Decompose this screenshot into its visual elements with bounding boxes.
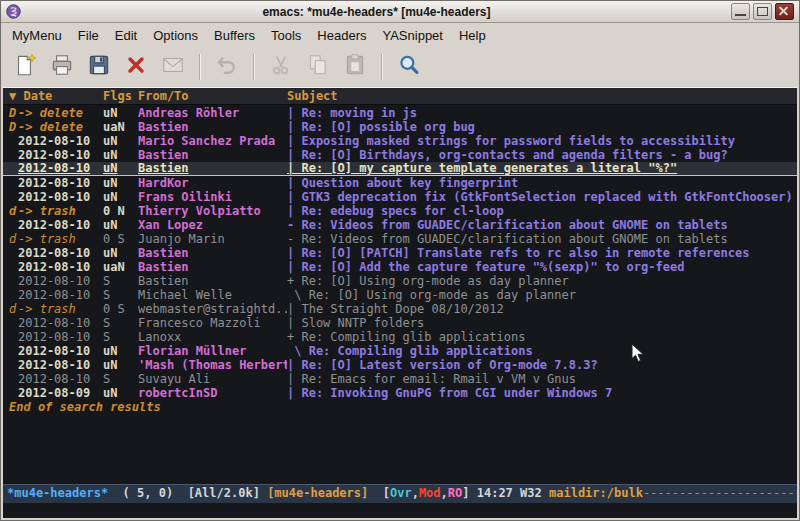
- message-subject: | GTK3 deprecation fix (GtkFontSelection…: [287, 190, 797, 204]
- message-row[interactable]: 2012-08-10uNHardKor| Question about key …: [3, 176, 797, 190]
- message-row[interactable]: 2012-08-10SFrancesco Mazzoli| Slow NNTP …: [3, 316, 797, 330]
- message-row[interactable]: 2012-08-09uNrobertcInSD| Re: Invoking Gn…: [3, 386, 797, 400]
- menu-headers[interactable]: Headers: [309, 25, 374, 46]
- message-row[interactable]: d-> trash0 Swebmaster@straightd...| The …: [3, 302, 797, 316]
- message-mark: [9, 288, 18, 302]
- paste-icon: [342, 52, 368, 82]
- modeline-segment: ,: [412, 486, 419, 500]
- message-row[interactable]: 2012-08-10uNFrans Oilinki| GTK3 deprecat…: [3, 190, 797, 204]
- message-from: Bastien: [138, 260, 287, 274]
- message-mark: [9, 330, 18, 344]
- message-mark: D: [9, 106, 18, 120]
- message-row[interactable]: d-> trash0 NThierry Volpiatto| Re: edebu…: [3, 204, 797, 218]
- save-button[interactable]: [82, 51, 116, 83]
- message-subject: + Re: Compiling glib applications: [287, 330, 797, 344]
- maximize-button[interactable]: [753, 3, 772, 20]
- echo-area[interactable]: [3, 503, 797, 518]
- message-row[interactable]: 2012-08-10SSuvayu Ali| Re: Emacs for ema…: [3, 372, 797, 386]
- message-subject: - Re: Videos from GUADEC/clarification a…: [287, 218, 797, 232]
- message-row[interactable]: 2012-08-10uaNBastien| Re: [O] Add the ca…: [3, 260, 797, 274]
- message-subject: | Re: [O] possible org bug: [287, 120, 797, 134]
- menu-options[interactable]: Options: [145, 25, 206, 46]
- message-mark: [9, 246, 18, 260]
- close-button[interactable]: [775, 3, 794, 20]
- message-from: Florian Müllner: [138, 344, 287, 358]
- cut-button[interactable]: [264, 51, 298, 83]
- search-button[interactable]: [392, 51, 426, 83]
- message-mark: [9, 372, 18, 386]
- toolbar-separator: [253, 54, 255, 80]
- undo-button[interactable]: [210, 51, 244, 83]
- message-row[interactable]: 2012-08-10uNBastien| Re: [O] my capture …: [3, 162, 797, 176]
- message-flags: uaN: [103, 260, 138, 274]
- message-flags: uaN: [103, 120, 138, 134]
- message-mark: [9, 176, 18, 190]
- column-header-from[interactable]: From/To: [138, 88, 287, 104]
- message-date: 2012-08-10: [18, 176, 103, 190]
- menu-help[interactable]: Help: [451, 25, 494, 46]
- message-row[interactable]: 2012-08-10SMichael Welle \ Re: [O] Using…: [3, 288, 797, 302]
- titlebar[interactable]: emacs: *mu4e-headers* [mu4e-headers]: [1, 1, 799, 23]
- copy-button[interactable]: [301, 51, 335, 83]
- column-header-flags[interactable]: Flgs: [103, 88, 138, 104]
- minimize-button[interactable]: [731, 3, 750, 20]
- message-date: 2012-08-10: [18, 134, 103, 148]
- message-subject: | Re: Invoking GnuPG from CGI under Wind…: [287, 386, 797, 400]
- headers-column-bar[interactable]: ▼ Date Flgs From/To Subject: [3, 88, 797, 105]
- print-button[interactable]: [45, 51, 79, 83]
- message-row[interactable]: D-> deleteuaNBastien| Re: [O] possible o…: [3, 120, 797, 134]
- toolbar-separator: [199, 54, 201, 80]
- message-date: 2012-08-10: [18, 372, 103, 386]
- menu-yasnippet[interactable]: YASnippet: [374, 25, 450, 46]
- message-row[interactable]: 2012-08-10SLanoxx+ Re: Compiling glib ap…: [3, 330, 797, 344]
- message-row[interactable]: 2012-08-10uNXan Lopez- Re: Videos from G…: [3, 218, 797, 232]
- emacs-app-icon: [6, 4, 21, 19]
- message-subject: - Re: Videos from GUADEC/clarification a…: [287, 232, 797, 246]
- modeline-segment: ----------------------------------------…: [643, 486, 797, 500]
- menu-mymenu[interactable]: MyMenu: [4, 25, 70, 46]
- message-row[interactable]: 2012-08-10SBastien+ Re: [O] Using org-mo…: [3, 274, 797, 288]
- message-from: Suvayu Ali: [138, 372, 287, 386]
- paste-button[interactable]: [338, 51, 372, 83]
- message-flags: S: [103, 372, 138, 386]
- message-mark: [9, 386, 18, 400]
- message-subject: \ Re: Compiling glib applications: [287, 344, 797, 358]
- message-subject: | Slow NNTP folders: [287, 316, 797, 330]
- menu-file[interactable]: File: [70, 25, 107, 46]
- message-flags: S: [103, 330, 138, 344]
- message-row[interactable]: D-> deleteuNAndreas Röhler| Re: moving i…: [3, 106, 797, 120]
- menu-bar: MyMenuFileEditOptionsBuffersToolsHeaders…: [1, 23, 799, 47]
- new-file-button[interactable]: [8, 51, 42, 83]
- menu-edit[interactable]: Edit: [107, 25, 145, 46]
- message-row[interactable]: 2012-08-10uNFlorian Müllner \ Re: Compil…: [3, 344, 797, 358]
- close-button[interactable]: [119, 51, 153, 83]
- message-subject: | Re: [O] Latest version of Org-mode 7.8…: [287, 358, 797, 372]
- message-date: -> delete: [18, 120, 103, 134]
- menu-tools[interactable]: Tools: [263, 25, 309, 46]
- message-mark: [9, 260, 18, 274]
- message-flags: uN: [103, 246, 138, 260]
- message-row[interactable]: 2012-08-10uNBastien| Re: [O] Birthdays, …: [3, 148, 797, 162]
- message-row[interactable]: 2012-08-10uNBastien| Re: [O] [PATCH] Tra…: [3, 246, 797, 260]
- message-subject: \ Re: [O] Using org-mode as day planner: [287, 288, 797, 302]
- message-flags: S: [103, 316, 138, 330]
- mail-button[interactable]: [156, 51, 190, 83]
- column-header-subject[interactable]: Subject: [287, 88, 797, 104]
- message-from: Francesco Mazzoli: [138, 316, 287, 330]
- message-date: 2012-08-10: [18, 246, 103, 260]
- message-row[interactable]: 2012-08-10uN'Mash (Thomas Herbert)| Re: …: [3, 358, 797, 372]
- message-row[interactable]: d-> trash0 SJuanjo Marin- Re: Videos fro…: [3, 232, 797, 246]
- modeline-segment: Mod: [419, 486, 441, 500]
- modeline-segment: ( 5, 0): [108, 486, 187, 500]
- message-date: 2012-08-10: [18, 288, 103, 302]
- column-header-date[interactable]: ▼ Date: [9, 88, 103, 104]
- message-from: Andreas Röhler: [138, 106, 287, 120]
- message-flags: S: [103, 274, 138, 288]
- emacs-frame: ▼ Date Flgs From/To Subject D-> deleteuN…: [1, 87, 799, 520]
- message-row[interactable]: 2012-08-10uNMario Sanchez Prada| Exposin…: [3, 134, 797, 148]
- message-subject: | The Straight Dope 08/10/2012: [287, 302, 797, 316]
- copy-icon: [305, 52, 331, 82]
- message-from: HardKor: [138, 176, 287, 190]
- mode-line[interactable]: *mu4e-headers* ( 5, 0) [All/2.0k] [mu4e-…: [3, 484, 797, 503]
- menu-buffers[interactable]: Buffers: [206, 25, 263, 46]
